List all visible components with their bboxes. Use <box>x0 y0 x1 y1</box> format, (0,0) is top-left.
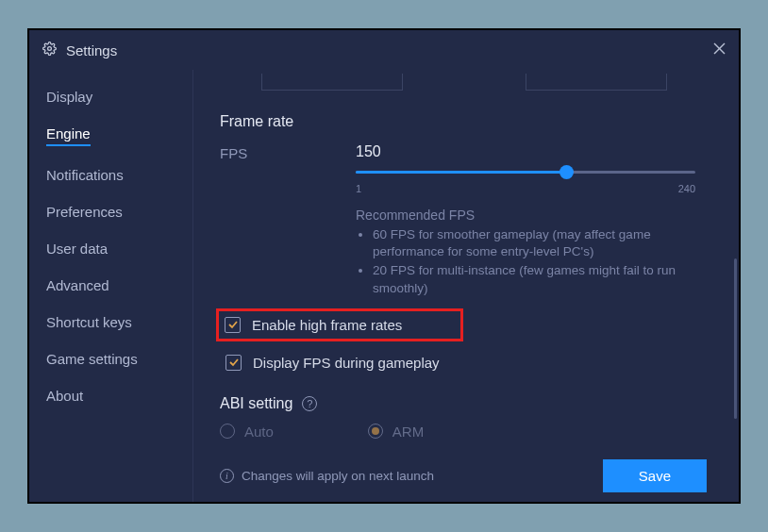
footer-message-text: Changes will apply on next launch <box>242 469 434 483</box>
footer-message: i Changes will apply on next launch <box>220 469 434 483</box>
settings-window: Settings Display Engine Notifications Pr… <box>27 28 741 504</box>
sidebar-item-about[interactable]: About <box>46 388 83 404</box>
save-button[interactable]: Save <box>603 459 707 492</box>
display-fps-row[interactable]: Display FPS during gameplay <box>220 351 445 374</box>
abi-radio-arm-label: ARM <box>392 424 424 440</box>
titlebar: Settings <box>29 30 739 70</box>
abi-radio-auto[interactable]: Auto <box>220 424 274 440</box>
sidebar-item-display[interactable]: Display <box>46 89 92 105</box>
window-title: Settings <box>66 42 713 58</box>
sidebar: Display Engine Notifications Preferences… <box>29 70 193 502</box>
sidebar-item-shortcut-keys[interactable]: Shortcut keys <box>46 314 132 330</box>
sidebar-item-game-settings[interactable]: Game settings <box>46 351 138 367</box>
sidebar-item-advanced[interactable]: Advanced <box>46 277 109 293</box>
radio-icon <box>220 424 235 439</box>
fps-slider-min: 1 <box>356 183 361 194</box>
sidebar-item-user-data[interactable]: User data <box>46 241 108 257</box>
info-icon: i <box>220 469 234 483</box>
content-area: Frame rate FPS 150 1 240 Recommended FPS <box>193 70 739 502</box>
cutoff-controls <box>261 74 707 91</box>
abi-radio-group: Auto ARM <box>220 424 707 440</box>
frame-rate-heading: Frame rate <box>220 113 707 130</box>
scrollbar-thumb[interactable] <box>734 258 737 419</box>
check-icon <box>227 319 239 330</box>
display-fps-label: Display FPS during gameplay <box>253 355 440 371</box>
fps-slider-max: 240 <box>678 183 695 194</box>
fps-row: FPS 150 1 240 Recommended FPS 60 FPS for <box>220 143 707 299</box>
footer: i Changes will apply on next launch Save <box>220 459 707 492</box>
gear-icon <box>42 42 57 59</box>
fps-label: FPS <box>220 143 356 161</box>
window-body: Display Engine Notifications Preferences… <box>29 70 739 502</box>
enable-high-frame-rates-row[interactable]: Enable high frame rates <box>216 308 463 341</box>
close-icon[interactable] <box>713 42 726 58</box>
radio-icon <box>368 424 383 439</box>
recommended-fps-item: 20 FPS for multi-instance (few games mig… <box>373 262 676 296</box>
sidebar-item-preferences[interactable]: Preferences <box>46 204 123 220</box>
recommended-fps-title: Recommended FPS <box>356 208 695 223</box>
cutoff-select-left[interactable] <box>261 74 403 91</box>
recommended-fps-item: 60 FPS for smoother gameplay (may affect… <box>373 226 676 260</box>
fps-slider-group: 150 1 240 Recommended FPS 60 FPS for smo… <box>356 143 695 299</box>
sidebar-item-notifications[interactable]: Notifications <box>46 167 124 183</box>
fps-slider[interactable] <box>356 166 695 179</box>
abi-radio-arm[interactable]: ARM <box>368 424 424 440</box>
abi-radio-auto-label: Auto <box>244 424 274 440</box>
fps-value: 150 <box>356 143 695 160</box>
enable-high-frame-rates-label: Enable high frame rates <box>252 317 402 333</box>
enable-high-frame-rates-checkbox[interactable] <box>225 317 241 333</box>
abi-setting-row: ABI setting ? <box>220 395 707 412</box>
check-icon <box>228 357 240 368</box>
fps-slider-range: 1 240 <box>356 183 695 194</box>
abi-setting-title: ABI setting <box>220 395 292 412</box>
fps-slider-thumb[interactable] <box>559 165 574 179</box>
svg-point-0 <box>48 46 52 50</box>
cutoff-select-right[interactable] <box>526 74 667 91</box>
sidebar-item-engine[interactable]: Engine <box>46 125 91 146</box>
help-icon[interactable]: ? <box>302 396 317 411</box>
recommended-fps-list: 60 FPS for smoother gameplay (may affect… <box>356 226 676 297</box>
display-fps-checkbox[interactable] <box>225 355 242 371</box>
